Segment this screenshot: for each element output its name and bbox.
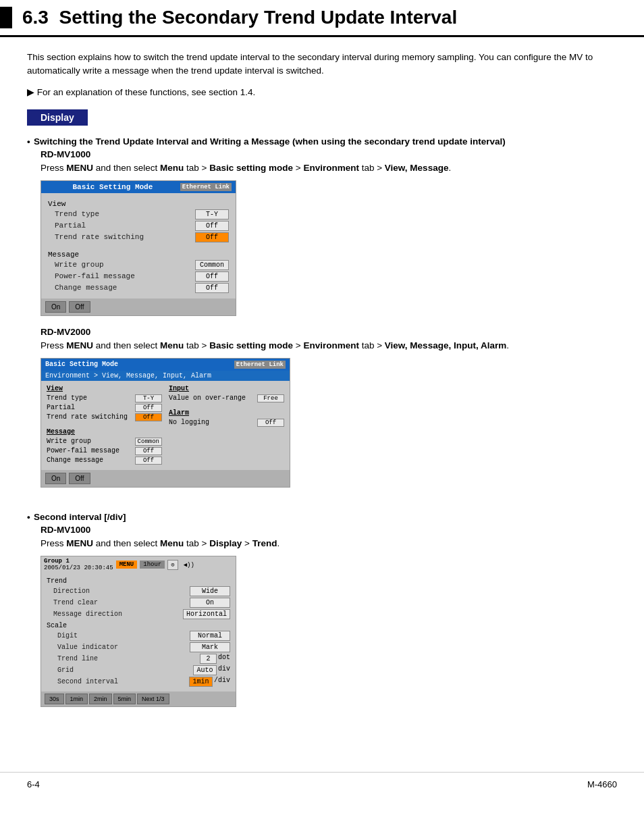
- instruction-mv1000: Press MENU and then select Menu tab > Ba…: [41, 161, 617, 175]
- mv2000-ethernet: Ethernet Link: [234, 361, 286, 369]
- trend-digit: Digit Normal: [47, 631, 230, 641]
- mv2000-trend-type: Trend type T-Y: [47, 394, 162, 402]
- trend-body: Trend Direction Wide Trend clear On Mess…: [41, 573, 236, 692]
- trend-second-interval-label: Second interval: [47, 678, 189, 685]
- trend-direction-label: Direction: [47, 588, 190, 595]
- trend-btn-5min[interactable]: 5min: [113, 694, 136, 704]
- model-mv1000: RD-MV1000: [41, 149, 617, 159]
- mv2000-change-msg: Change message Off: [47, 457, 162, 465]
- chapter-header: 6.3 Setting the Secondary Trend Update I…: [0, 0, 644, 37]
- mv2000-view-title: View: [47, 385, 162, 392]
- trend-btn-30s[interactable]: 30s: [45, 694, 64, 704]
- mv2000-input-title: Input: [169, 385, 284, 392]
- mv2000-power-fail-value: Off: [135, 447, 162, 455]
- mv2000-power-fail: Power-fail message Off: [47, 447, 162, 455]
- trend-second-interval-values: 1min /div: [189, 677, 230, 687]
- trend-btn-2min[interactable]: 2min: [89, 694, 112, 704]
- mv2000-left-col: View Trend type T-Y Partial Off Trend ra…: [47, 385, 162, 466]
- trend-line: Trend line 2 dot: [47, 654, 230, 664]
- trend-group-info: Group 1 2005/01/23 20:30:45: [44, 558, 113, 571]
- mv1000-on-btn[interactable]: On: [45, 301, 66, 313]
- trend-direction-value: Wide: [190, 586, 230, 596]
- trend-time-tab[interactable]: 1hour: [140, 561, 165, 569]
- mv1000-write-group-value: Common: [195, 260, 229, 270]
- instruction-mv2000: Press MENU and then select Menu tab > Ba…: [41, 339, 617, 353]
- trend-line-values: 2 dot: [200, 654, 230, 664]
- mv2000-alarm-title: Alarm: [169, 409, 284, 417]
- trend-signal: ◀)): [181, 561, 197, 569]
- mv1000-footer: On Off: [41, 298, 236, 315]
- mv2000-over-range-label: Value on over-range: [169, 394, 246, 402]
- mv2000-title: Basic Setting Mode: [45, 361, 118, 369]
- mv2000-trend-type-value: T-Y: [135, 394, 162, 402]
- mv2000-trend-rate: Trend rate switching Off: [47, 413, 162, 421]
- trend-scale-title: Scale: [47, 622, 230, 629]
- mv1000-message-title: Message: [48, 251, 229, 259]
- trend-screen-header: Group 1 2005/01/23 20:30:45 MENU 1hour ⊙…: [41, 556, 236, 573]
- trend-line-unit: dot: [218, 654, 230, 664]
- mv2000-write-group-label: Write group: [47, 438, 91, 446]
- trend-direction: Direction Wide: [47, 586, 230, 596]
- trend-value-indicator-label: Value indicator: [47, 644, 190, 651]
- mv2000-screen-header: Basic Setting Mode Ethernet Link: [41, 359, 290, 371]
- section-switching: Switching the Trend Update Interval and …: [27, 136, 617, 499]
- trend-grid-value1: Auto: [193, 665, 217, 675]
- display-badge: Display: [27, 109, 88, 126]
- mv1000-trend-rate-label: Trend rate switching: [48, 233, 195, 241]
- trend-section-title: Trend: [47, 577, 230, 585]
- trend-line-label: Trend line: [47, 655, 200, 662]
- trend-btn-next[interactable]: Next 1/3: [137, 694, 169, 704]
- trend-grid-values: Auto div: [193, 665, 230, 675]
- mv2000-trend-type-label: Trend type: [47, 394, 87, 402]
- chapter-title-text: Setting the Secondary Trend Update Inter…: [59, 7, 458, 28]
- trend-msg-direction-value: Horizontal: [183, 609, 230, 619]
- mv1000-write-group-label: Write group: [48, 261, 195, 269]
- mv2000-trend-rate-label: Trend rate switching: [47, 413, 128, 421]
- mv2000-off-btn[interactable]: Off: [69, 473, 90, 484]
- model-mv2000: RD-MV2000: [41, 327, 617, 337]
- chapter-bar: [0, 7, 12, 28]
- mv1000-trend-rate-value: Off: [195, 232, 229, 242]
- trend-record-btn[interactable]: ⊙: [167, 560, 178, 570]
- mv2000-screen: Basic Setting Mode Ethernet Link Environ…: [41, 358, 290, 488]
- mv1000-ethernet: Ethernet Link: [180, 183, 232, 191]
- mv1000-screen-header: Basic Setting Mode Ethernet Link: [41, 181, 236, 193]
- mv1000-body: View Trend type T-Y Partial Off Trend ra…: [41, 193, 236, 298]
- mv1000-change-msg: Change message Off: [48, 283, 229, 293]
- trend-value-indicator: Value indicator Mark: [47, 642, 230, 652]
- subsection-mv1000-trend: RD-MV1000 Press MENU and then select Men…: [27, 525, 617, 718]
- mv2000-body: View Trend type T-Y Partial Off Trend ra…: [41, 381, 290, 470]
- doc-number: M-4660: [587, 779, 617, 789]
- mv2000-no-logging-value: Off: [257, 419, 284, 427]
- mv1000-partial-label: Partial: [48, 221, 195, 230]
- trend-digit-label: Digit: [47, 632, 190, 640]
- trend-clear: Trend clear On: [47, 598, 230, 608]
- mv2000-partial-label: Partial: [47, 404, 75, 412]
- mv1000-trend-type-label: Trend type: [48, 210, 195, 218]
- page-number: 6-4: [27, 779, 40, 789]
- mv2000-power-fail-label: Power-fail message: [47, 447, 119, 455]
- mv1000-off-btn[interactable]: Off: [69, 301, 90, 313]
- trend-btn-1min[interactable]: 1min: [65, 694, 88, 704]
- mv1000-change-msg-label: Change message: [48, 284, 195, 292]
- trend-clear-label: Trend clear: [47, 599, 190, 606]
- trend-line-value1: 2: [200, 654, 217, 664]
- page-footer: 6-4 M-4660: [0, 772, 644, 796]
- mv2000-no-logging-label: No logging: [169, 419, 209, 427]
- trend-grid-unit: div: [218, 665, 230, 675]
- mv2000-on-btn[interactable]: On: [45, 473, 66, 484]
- trend-clear-value: On: [190, 598, 230, 608]
- mv2000-write-group-value: Common: [135, 438, 162, 446]
- mv2000-change-msg-value: Off: [135, 457, 162, 465]
- mv2000-write-group: Write group Common: [47, 438, 162, 446]
- trend-group-label: Group 1: [44, 558, 113, 565]
- trend-msg-direction: Message direction Horizontal: [47, 609, 230, 619]
- mv2000-partial-value: Off: [135, 404, 162, 412]
- mv1000-power-fail-value: Off: [195, 271, 229, 282]
- trend-screen: Group 1 2005/01/23 20:30:45 MENU 1hour ⊙…: [41, 556, 236, 707]
- trend-menu-tab[interactable]: MENU: [116, 561, 138, 569]
- mv2000-message-title: Message: [47, 428, 162, 436]
- content-area: This section explains how to switch the …: [0, 51, 644, 758]
- section-title-second-interval: Second interval [/div]: [27, 512, 617, 522]
- trend-msg-direction-label: Message direction: [47, 610, 183, 618]
